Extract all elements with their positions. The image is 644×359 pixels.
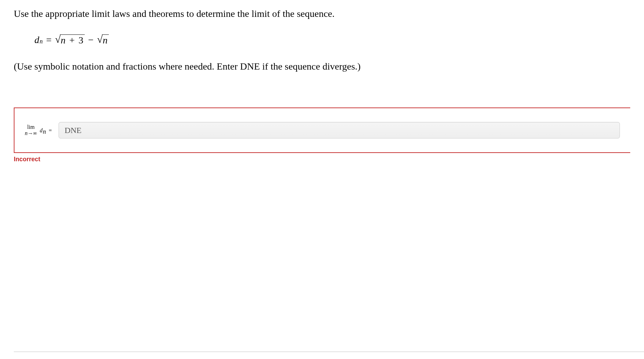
feedback-status: Incorrect <box>14 156 630 163</box>
limit-subscript: n→∞ <box>25 131 37 136</box>
limit-operator: lim n→∞ <box>25 124 37 136</box>
sqrt1-variable: n <box>61 35 65 45</box>
equation-subscript: n <box>40 38 43 45</box>
limit-target: dn = <box>40 127 52 134</box>
answer-input[interactable] <box>59 122 620 139</box>
limit-sub-variable: n <box>25 130 28 136</box>
arrow-icon: → <box>28 130 33 136</box>
minus-sign: − <box>88 34 94 45</box>
answer-container: lim n→∞ dn = <box>14 107 630 153</box>
limit-expression: lim n→∞ dn = <box>25 124 52 136</box>
sqrt1-constant: 3 <box>79 35 83 45</box>
equation-display: dn = √ n + 3 − √ n <box>34 34 630 46</box>
infinity-icon: ∞ <box>33 130 37 136</box>
sqrt-2-content: n <box>102 34 109 46</box>
question-prompt: Use the appropriate limit laws and theor… <box>14 7 630 20</box>
limit-equals: = <box>49 127 52 134</box>
limit-variable-subscript: n <box>43 128 46 135</box>
sqrt-1-content: n + 3 <box>60 34 85 46</box>
sqrt-term-1: √ n + 3 <box>55 34 85 46</box>
equation-variable: d <box>34 34 39 45</box>
limit-label: lim <box>27 124 34 130</box>
plus-sign: + <box>69 35 75 45</box>
sqrt-term-2: √ n <box>97 34 109 46</box>
limit-variable: d <box>40 127 42 134</box>
bottom-divider <box>14 351 644 352</box>
question-instruction: (Use symbolic notation and fractions whe… <box>14 60 630 73</box>
equals-sign: = <box>46 34 52 45</box>
sqrt2-variable: n <box>103 35 107 45</box>
